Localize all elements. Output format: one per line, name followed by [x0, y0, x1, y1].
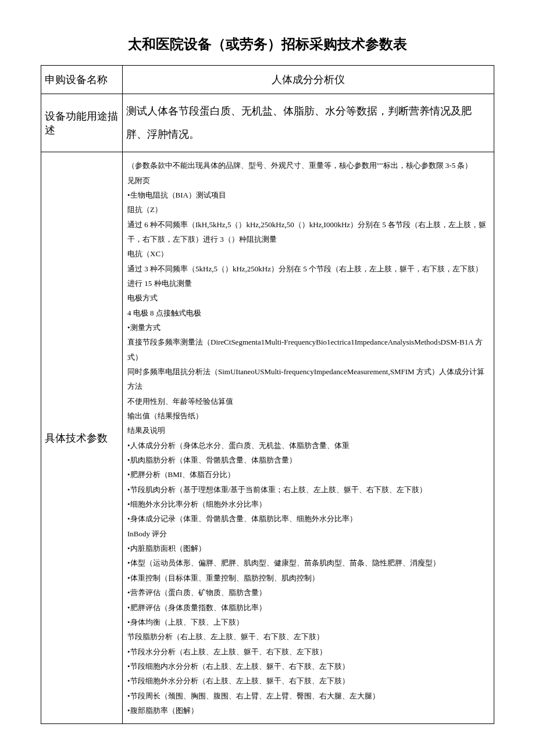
table-row: 设备功能用途描述 测试人体各节段蛋白质、无机盐、体脂肪、水分等数据，判断营养情况… [41, 94, 494, 152]
param-line: 阻抗（Z） [127, 202, 489, 217]
param-line: •内脏脂肪面积（图解） [127, 541, 489, 556]
param-line: •节段细胞内水分分析（右上肢、左上肢、躯干、右下肢、左下肢） [127, 659, 489, 673]
param-line: •人体成分分析（身体总水分、蛋白质、无机盐、体脂肪含量、体重 [127, 438, 489, 453]
param-line: 同时多频率电阻抗分析法（SimUItaneoUSMulti-frequencyI… [127, 364, 489, 394]
page-title: 太和医院设备（或劳务）招标采购技术参数表 [41, 35, 494, 53]
device-name-value: 人体成分分析仪 [123, 66, 494, 94]
function-value: 测试人体各节段蛋白质、无机盐、体脂肪、水分等数据，判断营养情况及肥胖、浮肿情况。 [123, 94, 494, 152]
param-line: •肌肉脂肪分析（体重、骨骼肌含量、体脂肪含量） [127, 453, 489, 467]
param-line: 电极方式 [127, 291, 489, 305]
function-label: 设备功能用途描述 [41, 94, 123, 152]
param-line: 通过 3 种不同频率（5kHz,5（）kHz,250kHz）分别在 5 个节段（… [127, 261, 489, 291]
param-line: •身体成分记录（体重、骨骼肌含量、体脂肪比率、细胞外水分比率） [127, 511, 489, 526]
param-line: •营养评估（蛋白质、矿物质、脂肪含量） [127, 585, 489, 600]
param-line: •腹部脂肪率（图解） [127, 703, 489, 718]
param-line: •节段细胞外水分分析（右上肢、左上肢、躯干、右下肢、左下肢） [127, 673, 489, 688]
spec-table: 申购设备名称 人体成分分析仪 设备功能用途描述 测试人体各节段蛋白质、无机盐、体… [41, 65, 494, 724]
param-line: •节段肌肉分析（基于理想体重/基于当前体重；右上肢、左上肢、躯干、右下肢、左下肢… [127, 482, 489, 497]
param-line: 直接节段多频率测量法（DireCtSegmenta1Multi-Frequenc… [127, 335, 489, 364]
param-line: •生物电阻抗（BIA）测试项目 [127, 188, 489, 202]
param-content: （参数条款中不能出现具体的品牌、型号、外观尺寸、重量等，核心参数用""标出，核心… [123, 152, 494, 724]
param-line: 电抗（XC） [127, 246, 489, 261]
param-line: 输出值（结果报告纸） [127, 409, 489, 423]
param-line: InBody 评分 [127, 526, 489, 541]
table-row: 具体技术参数 （参数条款中不能出现具体的品牌、型号、外观尺寸、重量等，核心参数用… [41, 152, 494, 724]
param-line: 通过 6 种不同频率（IkH,5kHz,5（）kHz,250kHz,50（）kH… [127, 217, 489, 247]
param-line: •体型（运动员体形、偏胖、肥胖、肌肉型、健康型、苗条肌肉型、苗条、隐性肥胖、消瘦… [127, 556, 489, 570]
param-line: •体重控制（目标体重、重量控制、脂肪控制、肌肉控制） [127, 571, 489, 585]
param-line: •节段周长（颈围、胸围、腹围、右上臂、左上臂、臀围、右大腿、左大腿） [127, 689, 489, 703]
table-row: 申购设备名称 人体成分分析仪 [41, 66, 494, 94]
param-line: 节段脂肪分析（右上肢、左上肢、躯干、右下肢、左下肢） [127, 629, 489, 644]
param-line: •肥胖分析（BMI、体脂百分比） [127, 467, 489, 482]
param-line: 4 电极 8 点接触式电极 [127, 306, 489, 320]
param-label: 具体技术参数 [41, 152, 123, 724]
param-line: （参数条款中不能出现具体的品牌、型号、外观尺寸、重量等，核心参数用""标出，核心… [127, 158, 489, 173]
param-line: •身体均衡（上肢、下肢、上下肢） [127, 615, 489, 629]
param-line: •节段水分分析（右上肢、左上肢、躯干、右下肢、左下肢） [127, 644, 489, 659]
param-line: 见附页 [127, 173, 489, 188]
param-line: •细胞外水分比率分析（细胞外水分比率） [127, 497, 489, 511]
device-name-label: 申购设备名称 [41, 66, 123, 94]
param-line: •肥胖评估（身体质量指数、体脂肪比率） [127, 600, 489, 615]
param-line: •测量方式 [127, 320, 489, 335]
param-line: 结果及说明 [127, 423, 489, 438]
param-line: 不使用性别、年龄等经验估算值 [127, 394, 489, 409]
